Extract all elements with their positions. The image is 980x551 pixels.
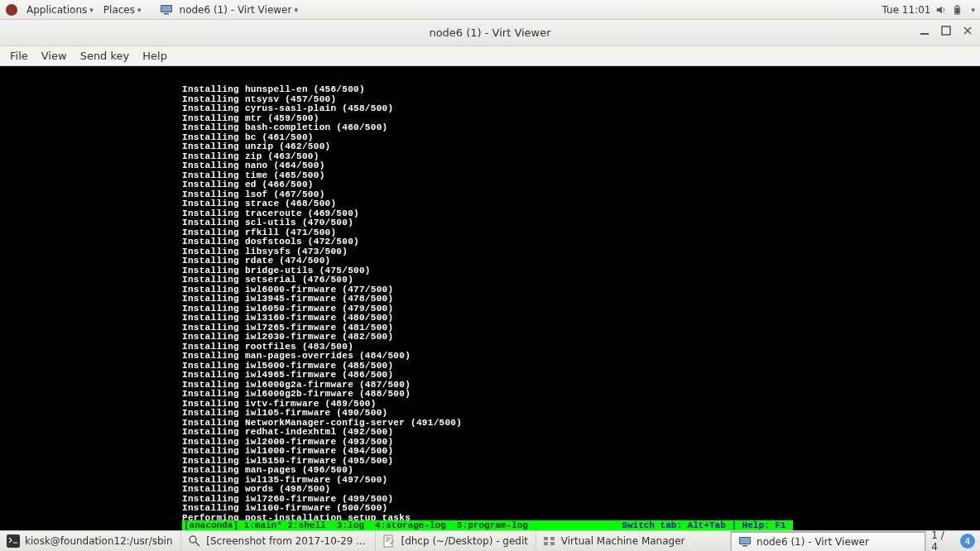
svg-rect-18 (742, 545, 747, 547)
virt-viewer-window: node6 (1) - Virt Viewer File View Send k… (0, 20, 980, 530)
chevron-down-icon: ▾ (294, 6, 298, 14)
menu-view-label: View (41, 50, 67, 62)
console-output: Installing hunspell-en (456/500) Install… (182, 85, 980, 523)
image-viewer-icon (188, 534, 201, 548)
taskbar-item-terminal[interactable]: kiosk@foundation12:/usr/sbin (0, 531, 181, 551)
system-tray: Tue 11:01 ▾ (882, 4, 980, 16)
menu-help[interactable]: Help (136, 46, 174, 65)
anaconda-statusbar: [anaconda] 1:main* 2:shell 3:log 4:stora… (182, 520, 793, 530)
menubar: File View Send key Help (0, 46, 980, 66)
taskbar-item-image-viewer[interactable]: [Screenshot from 2017-10-29 ... (181, 531, 376, 551)
taskbar-item-virt-viewer[interactable]: node6 (1) - Virt Viewer (731, 531, 925, 551)
taskbar-item-virt-manager[interactable]: Virtual Machine Manager (536, 531, 731, 551)
monitor-icon (738, 535, 752, 549)
maximize-button[interactable] (940, 25, 952, 36)
svg-rect-2 (161, 6, 171, 12)
svg-rect-8 (942, 26, 950, 35)
minimize-button[interactable] (919, 25, 930, 36)
taskbar-item-label: node6 (1) - Virt Viewer (757, 536, 869, 548)
svg-rect-3 (164, 13, 169, 15)
taskbar-item-label: Virtual Machine Manager (561, 535, 685, 547)
vm-console[interactable]: Installing hunspell-en (456/500) Install… (0, 66, 980, 530)
workspace-label: 1 / 4 (931, 529, 954, 551)
svg-rect-13 (544, 542, 548, 545)
chevron-down-icon[interactable]: ▾ (971, 6, 975, 14)
workspace-badge: 4 (960, 534, 975, 549)
svg-rect-15 (550, 542, 555, 545)
window-list-item[interactable]: node6 (1) - Virt Viewer ▾ (155, 3, 298, 17)
menu-help-label: Help (142, 50, 167, 62)
menu-sendkey-label: Send key (80, 50, 130, 62)
svg-rect-6 (956, 7, 959, 13)
taskbar-item-gedit[interactable]: [dhcp (~/Desktop) - gedit (376, 531, 536, 551)
workspace-switcher[interactable]: 1 / 4 4 (925, 531, 980, 551)
window-title: node6 (1) - Virt Viewer (429, 26, 550, 39)
chevron-down-icon: ▾ (137, 6, 142, 14)
taskbar-item-label: kiosk@foundation12:/usr/sbin (25, 535, 173, 547)
gnome-taskbar: kiosk@foundation12:/usr/sbin [Screenshot… (0, 530, 980, 551)
terminal-icon (7, 534, 20, 548)
statusbar-right-text: Switch tab: Alt+Tab | Help: F1 (622, 520, 791, 530)
monitor-icon (160, 3, 173, 17)
svg-rect-9 (7, 534, 20, 548)
gedit-icon (382, 534, 396, 548)
svg-rect-5 (957, 5, 959, 6)
gnome-top-panel: Applications ▾ Places ▾ node6 (1) - Virt… (0, 0, 980, 20)
applications-menu[interactable]: Applications ▾ (22, 0, 98, 19)
svg-point-10 (190, 536, 196, 543)
fedora-icon (5, 3, 18, 17)
battery-icon[interactable] (952, 4, 963, 16)
close-button[interactable] (962, 25, 973, 36)
places-menu[interactable]: Places ▾ (98, 0, 147, 19)
applications-menu-label: Applications (26, 4, 87, 16)
svg-rect-14 (550, 537, 555, 540)
chevron-down-icon: ▾ (89, 6, 94, 14)
clock-label[interactable]: Tue 11:01 (882, 4, 931, 16)
svg-rect-17 (740, 538, 750, 544)
virt-manager-icon (543, 534, 556, 548)
taskbar-item-label: [Screenshot from 2017-10-29 ... (206, 535, 365, 547)
taskbar-item-label: [dhcp (~/Desktop) - gedit (401, 535, 528, 547)
volume-icon[interactable] (935, 4, 947, 16)
menu-file-label: File (10, 50, 28, 62)
svg-point-0 (6, 4, 17, 16)
titlebar[interactable]: node6 (1) - Virt Viewer (0, 20, 980, 46)
menu-file[interactable]: File (3, 46, 35, 65)
statusbar-left-text: [anaconda] 1:main* 2:shell 3:log 4:stora… (184, 520, 528, 530)
window-list-label: node6 (1) - Virt Viewer (180, 4, 292, 16)
svg-rect-12 (544, 537, 548, 540)
menu-view[interactable]: View (35, 46, 74, 65)
menu-sendkey[interactable]: Send key (74, 46, 137, 65)
places-menu-label: Places (103, 4, 135, 16)
svg-rect-7 (920, 33, 929, 35)
